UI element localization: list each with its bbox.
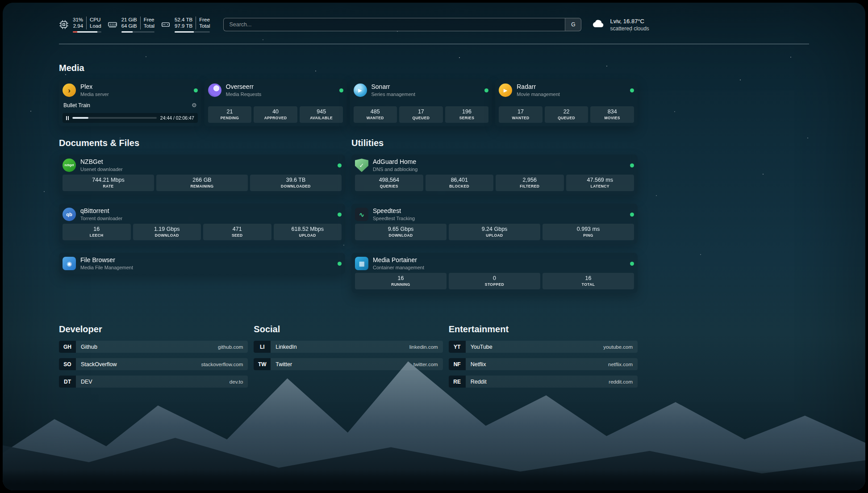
plex-card[interactable]: ›PlexMedia serverBullet Train⚙24:44 / 02… bbox=[59, 79, 201, 126]
stat-total: 16TOTAL bbox=[542, 273, 634, 290]
service-name: Plex bbox=[80, 83, 109, 91]
bookmark-twitter[interactable]: TWTwittertwitter.com bbox=[254, 358, 442, 370]
bookmark-youtube[interactable]: YTYouTubeyoutube.com bbox=[449, 341, 638, 353]
stat-label: DOWNLOADED bbox=[251, 184, 341, 188]
stat-value: 744.21 Mbps bbox=[63, 177, 153, 183]
stat-label: QUEUED bbox=[400, 116, 442, 120]
stat-blocked: 86,401BLOCKED bbox=[426, 175, 494, 192]
radarr-card[interactable]: ▶RadarrMovie management17WANTED22QUEUED8… bbox=[495, 79, 638, 126]
stat-label: SERIES bbox=[446, 116, 488, 120]
bookmark-group-developer: DeveloperGHGithubgithub.comSOStackOverfl… bbox=[59, 324, 248, 393]
bookmark-group-entertainment: EntertainmentYTYouTubeyoutube.comNFNetfl… bbox=[449, 324, 638, 393]
stat-label: UPLOAD bbox=[450, 233, 539, 238]
adguard-home-card[interactable]: ✓AdGuard HomeDNS and adblocking498,564QU… bbox=[351, 155, 638, 195]
stat-value: 16 bbox=[63, 226, 130, 232]
player-controls: 24:44 / 02:06:47 bbox=[63, 113, 198, 123]
bookmark-stackoverflow[interactable]: SOStackOverflowstackoverflow.com bbox=[59, 358, 248, 370]
system-widgets: 31%2.94CPULoad21 GiB64 GiBFreeTotal52.4 … bbox=[59, 17, 210, 33]
bookmark-github[interactable]: GHGithubgithub.com bbox=[59, 341, 248, 353]
qbittorrent-icon: qb bbox=[63, 208, 76, 221]
status-indicator bbox=[338, 262, 342, 266]
bookmark-netflix[interactable]: NFNetflixnetflix.com bbox=[449, 358, 638, 370]
bookmark-reddit[interactable]: RERedditreddit.com bbox=[449, 376, 638, 388]
bookmark-name: Github bbox=[81, 344, 97, 350]
sys-label: CPU bbox=[90, 17, 101, 23]
stat-label: FILTERED bbox=[497, 184, 563, 188]
sys-value: 31% bbox=[73, 17, 83, 23]
stat-rate: 744.21 MbpsRATE bbox=[63, 175, 154, 192]
service-name: NZBGet bbox=[80, 158, 123, 166]
usage-bar bbox=[175, 31, 210, 33]
search-input[interactable] bbox=[224, 18, 565, 31]
stat-stopped: 0STOPPED bbox=[449, 273, 540, 290]
service-name: AdGuard Home bbox=[373, 158, 417, 166]
search-provider-button[interactable]: G bbox=[565, 18, 581, 31]
bookmark-group-title: Social bbox=[254, 324, 442, 334]
cpu-icon bbox=[59, 20, 69, 29]
media-portainer-card[interactable]: ▦Media PortainerContainer management16RU… bbox=[351, 253, 638, 293]
stat-value: 266 GB bbox=[157, 177, 247, 183]
bookmark-dev[interactable]: DTDEVdev.to bbox=[59, 376, 248, 388]
gear-icon[interactable]: ⚙ bbox=[192, 102, 197, 109]
portainer-icon: ▦ bbox=[355, 257, 368, 270]
service-name: Radarr bbox=[517, 83, 560, 91]
icon-glyph: › bbox=[68, 87, 71, 94]
sys-value: 64 GiB bbox=[121, 23, 137, 29]
bookmarks: DeveloperGHGithubgithub.comSOStackOverfl… bbox=[59, 324, 638, 393]
bookmark-name: LinkedIn bbox=[275, 344, 296, 350]
dashboard: 31%2.94CPULoad21 GiB64 GiBFreeTotal52.4 … bbox=[3, 3, 865, 490]
stat-value: 485 bbox=[355, 109, 396, 115]
weather-widget: Lviv, 16.87°C scattered clouds bbox=[591, 17, 649, 33]
sonarr-card[interactable]: ▶SonarrSeries management485WANTED17QUEUE… bbox=[350, 79, 492, 126]
stat-value: 2,956 bbox=[497, 177, 563, 183]
nzbget-card[interactable]: nzbgetNZBGetUsenet downloader744.21 Mbps… bbox=[59, 155, 345, 195]
service-description: Movie management bbox=[517, 92, 560, 98]
filebrowser-icon: ◉ bbox=[63, 257, 76, 270]
status-indicator bbox=[194, 88, 198, 92]
weather-text: Lviv, 16.87°C scattered clouds bbox=[610, 18, 649, 32]
service-name: Overseerr bbox=[226, 83, 262, 91]
stat-running: 16RUNNING bbox=[355, 273, 447, 290]
playback-progress-bar[interactable] bbox=[72, 117, 157, 119]
sys-label: Total bbox=[144, 23, 154, 29]
stat-wanted: 17WANTED bbox=[499, 106, 542, 123]
file-browser-card[interactable]: ◉File BrowserMedia File Management bbox=[59, 253, 345, 274]
bookmark-linkedin[interactable]: LILinkedInlinkedin.com bbox=[254, 341, 442, 353]
bookmark-name: Reddit bbox=[471, 379, 487, 385]
service-name: File Browser bbox=[80, 256, 133, 264]
stat-label: MOVIES bbox=[591, 116, 633, 120]
sys-value: 21 GiB bbox=[121, 17, 137, 23]
overseerr-card[interactable]: OverseerrMedia Requests21PENDING40APPROV… bbox=[204, 79, 347, 126]
documents-cards: nzbgetNZBGetUsenet downloader744.21 Mbps… bbox=[59, 155, 345, 274]
bookmark-name: DEV bbox=[81, 379, 92, 385]
bookmark-url: linkedin.com bbox=[409, 344, 438, 350]
bookmark-abbreviation: TW bbox=[254, 358, 271, 370]
dashboard-content: 31%2.94CPULoad21 GiB64 GiBFreeTotal52.4 … bbox=[3, 3, 865, 490]
stat-label: REMAINING bbox=[157, 184, 247, 188]
stat-ping: 0.993 msPING bbox=[542, 224, 634, 241]
sys-label: Load bbox=[90, 23, 101, 29]
pause-icon[interactable] bbox=[66, 116, 69, 120]
usage-bar bbox=[121, 31, 154, 33]
bookmark-name: Twitter bbox=[275, 361, 292, 368]
service-description: Usenet downloader bbox=[80, 167, 123, 173]
stat-value: 0.993 ms bbox=[543, 226, 633, 232]
speedtest-card[interactable]: ∿SpeedtestSpeedtest Tracking9.65 GbpsDOW… bbox=[351, 204, 638, 244]
bookmark-abbreviation: RE bbox=[449, 376, 466, 388]
stat-wanted: 485WANTED bbox=[354, 106, 397, 123]
qbittorrent-card[interactable]: qbqBittorrentTorrent downloader16LEECH1.… bbox=[59, 204, 345, 244]
stat-leech: 16LEECH bbox=[63, 224, 131, 241]
icon-glyph: ∿ bbox=[359, 211, 365, 218]
stat-label: AVAILABLE bbox=[300, 116, 342, 120]
status-indicator bbox=[630, 88, 634, 92]
playback-time: 24:44 / 02:06:47 bbox=[160, 115, 194, 121]
status-indicator bbox=[630, 213, 634, 217]
stat-value: 498,564 bbox=[356, 177, 422, 183]
sys-label: Total bbox=[199, 23, 210, 29]
bookmark-abbreviation: NF bbox=[449, 358, 466, 370]
bookmark-url: github.com bbox=[218, 344, 243, 350]
stat-label: DOWNLOAD bbox=[134, 233, 200, 238]
stat-value: 834 bbox=[591, 109, 633, 115]
stat-value: 17 bbox=[500, 109, 542, 115]
bookmark-abbreviation: GH bbox=[59, 341, 76, 353]
